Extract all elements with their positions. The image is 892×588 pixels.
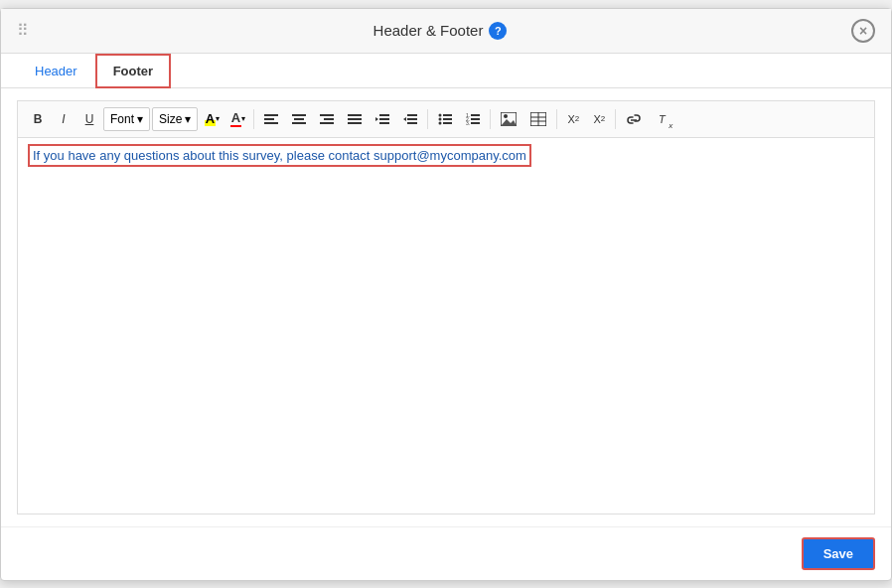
align-center-button[interactable] [286, 107, 312, 131]
svg-rect-17 [407, 118, 417, 120]
font-dropdown[interactable]: Font ▾ [103, 107, 150, 131]
insert-image-button[interactable] [495, 107, 522, 131]
dialog-footer: Save [1, 526, 891, 580]
svg-rect-16 [407, 114, 417, 116]
svg-marker-34 [501, 119, 517, 126]
svg-text:3.: 3. [466, 120, 470, 126]
svg-rect-10 [348, 118, 362, 120]
svg-rect-7 [324, 118, 334, 120]
svg-rect-11 [348, 122, 362, 124]
size-label: Size [159, 112, 182, 126]
drag-handle: ⠿ [17, 21, 29, 40]
align-right-icon [320, 112, 334, 126]
separator-2 [427, 109, 428, 129]
svg-rect-25 [443, 122, 452, 124]
save-button[interactable]: Save [802, 537, 875, 570]
svg-rect-4 [294, 118, 304, 120]
font-color-button[interactable]: A ▾ [225, 107, 249, 131]
svg-rect-12 [379, 114, 389, 116]
align-left-button[interactable] [258, 107, 284, 131]
indent-increase-button[interactable] [397, 107, 423, 131]
align-left-icon [264, 112, 278, 126]
clear-format-button[interactable]: Tx [650, 107, 673, 131]
close-button[interactable]: × [851, 19, 875, 43]
dialog-title-text: Header & Footer [373, 22, 484, 39]
separator-4 [556, 109, 557, 129]
header-footer-dialog: ⠿ Header & Footer ? × Header Footer B I … [0, 8, 892, 581]
editor-toolbar: B I U Font ▾ Size ▾ A ▾ A ▾ [17, 100, 875, 137]
svg-rect-13 [379, 118, 389, 120]
font-label: Font [110, 112, 134, 126]
svg-point-22 [439, 117, 442, 120]
svg-rect-2 [264, 122, 278, 124]
italic-button[interactable]: I [52, 107, 75, 131]
dialog-header: ⠿ Header & Footer ? × [1, 9, 891, 54]
tabs-container: Header Footer [1, 54, 891, 88]
tab-header[interactable]: Header [17, 54, 95, 88]
svg-rect-3 [292, 114, 306, 116]
separator-1 [253, 109, 254, 129]
highlight-color-button[interactable]: A ▾ [200, 107, 223, 131]
help-icon[interactable]: ? [489, 22, 507, 40]
svg-point-20 [439, 113, 442, 116]
bold-button[interactable]: B [26, 107, 50, 131]
superscript-button[interactable]: X2 [587, 107, 611, 131]
font-color-icon: A [230, 110, 241, 127]
indent-decrease-icon [375, 112, 389, 126]
ordered-list-icon: 1. 2. 3. [466, 112, 480, 126]
size-dropdown-arrow: ▾ [185, 112, 191, 126]
ordered-list-button[interactable]: 1. 2. 3. [460, 107, 486, 131]
indent-increase-icon [403, 112, 417, 126]
align-center-icon [292, 112, 306, 126]
svg-rect-5 [292, 122, 306, 124]
insert-table-icon [530, 112, 546, 126]
svg-point-33 [504, 114, 508, 118]
svg-rect-6 [320, 114, 334, 116]
subscript-button[interactable]: X2 [561, 107, 585, 131]
svg-rect-23 [443, 118, 452, 120]
align-right-button[interactable] [314, 107, 340, 131]
svg-rect-21 [443, 114, 452, 116]
font-dropdown-arrow: ▾ [137, 112, 143, 126]
insert-link-button[interactable] [620, 107, 648, 131]
align-justify-icon [348, 112, 362, 126]
svg-rect-1 [264, 118, 274, 120]
insert-table-button[interactable] [524, 107, 552, 131]
indent-decrease-button[interactable] [370, 107, 395, 131]
underline-button[interactable]: U [77, 107, 101, 131]
separator-3 [490, 109, 491, 129]
editor-area: B I U Font ▾ Size ▾ A ▾ A ▾ [1, 88, 891, 526]
svg-point-24 [439, 121, 442, 124]
svg-rect-0 [264, 114, 278, 116]
svg-rect-29 [471, 118, 480, 120]
svg-rect-8 [320, 122, 334, 124]
svg-rect-14 [379, 122, 389, 124]
insert-image-icon [501, 112, 517, 126]
editor-content[interactable]: If you have any questions about this sur… [17, 137, 875, 514]
svg-rect-9 [348, 114, 362, 116]
font-selector-wrapper: Font ▾ [103, 107, 150, 131]
unordered-list-icon [438, 112, 452, 126]
svg-rect-18 [407, 122, 417, 124]
svg-marker-15 [375, 117, 378, 121]
editor-selected-content[interactable]: If you have any questions about this sur… [28, 144, 531, 167]
highlight-icon: A [205, 111, 216, 126]
size-dropdown[interactable]: Size ▾ [152, 107, 198, 131]
tab-footer[interactable]: Footer [95, 54, 171, 88]
svg-marker-19 [403, 117, 406, 121]
separator-5 [615, 109, 616, 129]
svg-rect-31 [471, 122, 480, 124]
svg-rect-27 [471, 114, 480, 116]
align-justify-button[interactable] [342, 107, 368, 131]
link-icon [626, 112, 642, 126]
dialog-title: Header & Footer ? [29, 22, 851, 40]
unordered-list-button[interactable] [432, 107, 458, 131]
